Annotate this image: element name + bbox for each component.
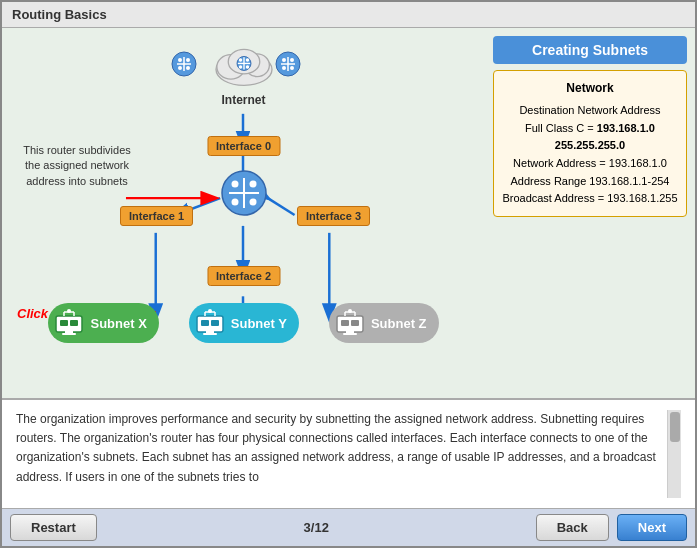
svg-point-16 — [238, 58, 242, 62]
main-content: Internet — [2, 28, 695, 546]
interface-2-box: Interface 2 — [207, 266, 280, 286]
description-text: This router subdivides the assigned netw… — [17, 143, 137, 189]
svg-point-23 — [178, 58, 182, 62]
top-section: Internet — [2, 28, 695, 398]
svg-point-33 — [290, 66, 294, 70]
internet-cloud: Internet — [209, 38, 279, 107]
bottom-paragraph: The organization improves performance an… — [16, 412, 656, 484]
svg-rect-45 — [62, 333, 76, 335]
creating-subnets-header: Creating Subnets — [493, 36, 687, 64]
svg-point-19 — [245, 65, 249, 69]
internet-label: Internet — [209, 93, 279, 107]
svg-point-17 — [245, 58, 249, 62]
diagram-area: Internet — [2, 28, 485, 398]
cloud-icon — [209, 38, 279, 88]
footer-bar: Restart 3/12 Back Next — [2, 508, 695, 546]
restart-button[interactable]: Restart — [10, 514, 97, 541]
svg-rect-52 — [211, 320, 219, 326]
svg-rect-63 — [343, 333, 357, 335]
svg-rect-51 — [201, 320, 209, 326]
subnet-x-icon — [54, 308, 84, 338]
info-panel: Creating Subnets Network Destination Net… — [485, 28, 695, 398]
subnet-y-box[interactable]: Subnet Y — [189, 303, 299, 343]
subnet-y-label: Subnet Y — [231, 316, 287, 331]
interface-3-box: Interface 3 — [297, 206, 370, 226]
subnet-row: Subnet X — [2, 303, 485, 343]
svg-point-24 — [186, 58, 190, 62]
next-button[interactable]: Next — [617, 514, 687, 541]
network-full-class: Full Class C = 193.168.1.0 255.255.255.0 — [502, 120, 678, 155]
scrollbar[interactable] — [667, 410, 681, 498]
svg-rect-59 — [337, 316, 363, 332]
interface-1-box: Interface 1 — [120, 206, 193, 226]
network-range: Address Range 193.168.1.1-254 — [502, 173, 678, 191]
network-full-class-value: 193.168.1.0 255.255.255.0 — [555, 122, 655, 152]
svg-point-37 — [231, 181, 238, 188]
svg-rect-61 — [351, 320, 359, 326]
svg-point-39 — [231, 199, 238, 206]
subnet-x-box[interactable]: Subnet X — [48, 303, 158, 343]
window-title: Routing Basics — [12, 7, 107, 22]
page-indicator: 3/12 — [105, 520, 528, 535]
svg-point-38 — [249, 181, 256, 188]
subnet-z-box[interactable]: Subnet Z — [329, 303, 439, 343]
main-router-icon — [219, 168, 269, 218]
svg-point-58 — [208, 309, 212, 313]
subnet-y-icon — [195, 308, 225, 338]
svg-point-30 — [282, 58, 286, 62]
subnet-x-label: Subnet X — [90, 316, 146, 331]
svg-point-31 — [290, 58, 294, 62]
main-window: Routing Basics — [0, 0, 697, 548]
svg-rect-50 — [197, 316, 223, 332]
network-info-box: Network Destination Network Address Full… — [493, 70, 687, 217]
router-icon-right — [274, 50, 302, 81]
svg-point-25 — [178, 66, 182, 70]
scrollbar-thumb[interactable] — [670, 412, 680, 442]
router-icon-left — [170, 50, 198, 81]
bottom-text-area: The organization improves performance an… — [2, 398, 695, 508]
network-broadcast: Broadcast Address = 193.168.1.255 — [502, 190, 678, 208]
svg-rect-60 — [341, 320, 349, 326]
svg-line-3 — [268, 198, 295, 215]
svg-point-26 — [186, 66, 190, 70]
subnet-z-label: Subnet Z — [371, 316, 427, 331]
interface-0-box: Interface 0 — [207, 136, 280, 156]
network-address: Network Address = 193.168.1.0 — [502, 155, 678, 173]
svg-rect-41 — [56, 316, 82, 332]
network-destination: Destination Network Address — [502, 102, 678, 120]
title-bar: Routing Basics — [2, 2, 695, 28]
back-button[interactable]: Back — [536, 514, 609, 541]
svg-point-18 — [238, 65, 242, 69]
bottom-text-content: The organization improves performance an… — [16, 410, 663, 498]
svg-rect-54 — [203, 333, 217, 335]
svg-point-67 — [348, 309, 352, 313]
network-info-title: Network — [502, 79, 678, 98]
svg-point-40 — [249, 199, 256, 206]
svg-rect-43 — [70, 320, 78, 326]
subnet-z-icon — [335, 308, 365, 338]
svg-point-49 — [67, 309, 71, 313]
svg-rect-42 — [60, 320, 68, 326]
svg-point-32 — [282, 66, 286, 70]
